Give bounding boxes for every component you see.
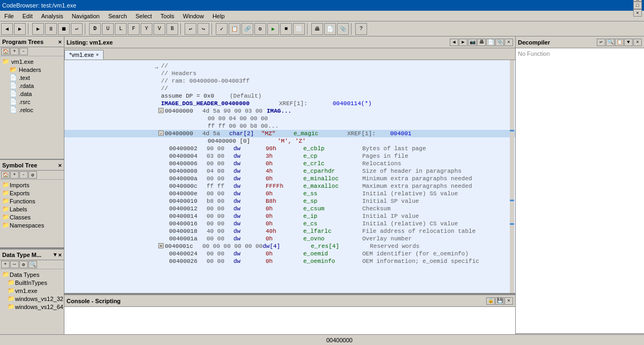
dtm-tb2[interactable]: ↔: [10, 261, 19, 268]
menu-tools[interactable]: Tools: [156, 11, 179, 21]
dec-btn4[interactable]: ▼: [624, 39, 633, 46]
dec-close[interactable]: ×: [633, 39, 642, 46]
dtm-close[interactable]: ×: [58, 252, 62, 258]
tb-btn24[interactable]: ?: [355, 23, 367, 35]
code-line-emaxalloc[interactable]: 0040000c ff ff dw FFFFh e_maxalloc Maxim…: [64, 182, 515, 190]
dec-btn1[interactable]: ↩: [597, 39, 605, 46]
pt-btn3[interactable]: -: [19, 48, 28, 55]
menu-navigation[interactable]: Navigation: [68, 11, 104, 21]
tree-item-text[interactable]: 📄 .text: [1, 74, 63, 82]
listing-close[interactable]: ×: [504, 39, 513, 46]
tb-btn23[interactable]: 📎: [337, 23, 349, 35]
symbol-item-functions[interactable]: 📁 Functions: [1, 197, 63, 205]
tb-btn3[interactable]: ⏹: [58, 23, 70, 35]
listing-btn2[interactable]: ▶: [459, 39, 467, 46]
menu-window[interactable]: Window: [179, 11, 208, 21]
back-button[interactable]: ◀: [1, 23, 13, 35]
dtm-item-vm1exe[interactable]: 📁 vm1.exe: [1, 287, 63, 295]
listing-btn3[interactable]: 📷: [468, 39, 477, 46]
code-line[interactable]: // ram: 00400000-004003ff: [64, 77, 515, 85]
dec-btn2[interactable]: 🔍: [606, 39, 614, 46]
collapse-btn-open[interactable]: -: [158, 130, 164, 136]
tb-btn22[interactable]: 📄: [324, 23, 336, 35]
tb-btn14[interactable]: ✓: [216, 23, 228, 35]
program-trees-close[interactable]: ×: [58, 39, 62, 45]
dtm-item-datatypes[interactable]: 📁 Data Types: [1, 270, 63, 278]
tb-btn9[interactable]: Y: [141, 23, 152, 35]
code-line-bytes3[interactable]: ff ff 00 00 b8 00...: [64, 122, 515, 130]
code-line-eres[interactable]: + 0040001c 00 00 00 00 00 00 dw[4] e_res…: [64, 243, 515, 250]
dtm-item-builtintypes[interactable]: 📁 BuiltInTypes: [1, 278, 63, 287]
menu-analysis[interactable]: Analysis: [37, 11, 68, 21]
code-line-ess[interactable]: 0040000e 00 00 dw 0h e_ss Initial (relat…: [64, 190, 515, 197]
console-close-btn[interactable]: ×: [504, 297, 513, 305]
collapse-btn[interactable]: -: [158, 108, 164, 113]
tb-btn16[interactable]: 🔗: [241, 23, 253, 35]
tree-item-data[interactable]: 📄 .data: [1, 90, 63, 98]
console-lock-btn[interactable]: 🔒: [486, 297, 495, 305]
listing-btn6[interactable]: 📎: [495, 39, 504, 46]
maximize-button[interactable]: □: [633, 2, 642, 9]
code-line-ecs[interactable]: 00400016 00 00 dw 0h e_cs Initial (relat…: [64, 220, 515, 227]
listing-tab-vm1exe[interactable]: *vm1.exe ×: [64, 50, 104, 60]
tree-item-vm1exe[interactable]: 📁 vm1.exe: [1, 57, 63, 65]
symbol-item-exports[interactable]: 📁 Exports: [1, 189, 63, 197]
st-btn4[interactable]: ⚙: [28, 171, 37, 179]
symbol-item-classes[interactable]: 📁 Classes: [1, 213, 63, 221]
st-btn1[interactable]: 🏠: [1, 171, 10, 179]
tb-btn2[interactable]: ⏸: [45, 23, 57, 35]
dtm-tb1[interactable]: +: [1, 261, 10, 268]
dtm-btn-expand[interactable]: ▼: [53, 252, 58, 258]
tb-btn21[interactable]: 🖶: [311, 23, 323, 35]
tree-item-rsrc[interactable]: 📄 .rsrc: [1, 98, 63, 106]
tb-btn8[interactable]: F: [128, 23, 140, 35]
listing-tab-close[interactable]: ×: [96, 52, 99, 57]
dtm-item-win64[interactable]: 📁 windows_vs12_64: [1, 303, 63, 311]
code-line-ecp[interactable]: 00400004 03 00 dw 3h e_cp Pages in file: [64, 152, 515, 160]
menu-file[interactable]: File: [0, 11, 18, 21]
code-line-ecrlc[interactable]: 00400006 00 00 dw 0h e_crlc Relocations: [64, 160, 515, 167]
tb-btn13[interactable]: ↪: [197, 23, 209, 35]
code-line[interactable]: //: [64, 85, 515, 92]
tb-btn12[interactable]: ↩: [185, 23, 196, 35]
code-line-ecparhdr[interactable]: 00400008 04 00 dw 4h e_cparhdr Size of h…: [64, 167, 515, 175]
tb-btn4[interactable]: ↩: [71, 23, 83, 35]
code-line-esp[interactable]: 00400010 b8 00 dw B8h e_sp Initial SP va…: [64, 197, 515, 205]
code-line-ecsum[interactable]: 00400012 00 00 dw 0h e_csum Checksum: [64, 205, 515, 212]
st-btn2[interactable]: +: [10, 171, 19, 179]
collapse-btn-eres[interactable]: +: [158, 243, 164, 248]
code-line-eminalloc[interactable]: 0040000a 00 00 dw 0h e_minalloc Minimum …: [64, 175, 515, 182]
listing-btn4[interactable]: 🖶: [477, 39, 486, 46]
code-line-mz-chars[interactable]: 00400000 [0] 'M', 'Z': [64, 137, 515, 145]
code-line-elfarlc[interactable]: 00400018 40 00 dw 40h e_lfarlc File addr…: [64, 227, 515, 235]
symbol-item-imports[interactable]: 📁 Imports: [1, 181, 63, 189]
tb-btn20[interactable]: ⬜: [293, 23, 305, 35]
code-line-image-dos[interactable]: IMAGE_DOS_HEADER_00400000 XREF[1]: 00400…: [64, 100, 515, 107]
console-save-btn[interactable]: 💾: [495, 297, 504, 305]
pt-btn2[interactable]: +: [10, 48, 19, 55]
tree-item-headers[interactable]: 📂 Headers: [1, 65, 63, 74]
tb-btn19[interactable]: ■: [280, 23, 292, 35]
listing-btn1[interactable]: ◀: [450, 39, 458, 46]
tb-btn5[interactable]: D: [89, 23, 101, 35]
dtm-tb4[interactable]: 🔍: [28, 261, 37, 268]
tree-item-reloc[interactable]: 📄 .reloc: [1, 106, 63, 114]
menu-edit[interactable]: Edit: [18, 11, 37, 21]
tb-btn7[interactable]: L: [115, 23, 127, 35]
code-line[interactable]: // Headers: [64, 70, 515, 77]
tb-btn10[interactable]: V: [153, 23, 165, 35]
code-line-ecblp[interactable]: 00400002 90 00 dw 90h e_cblp Bytes of la…: [64, 145, 515, 152]
menu-select[interactable]: Select: [131, 11, 157, 21]
tb-btn6[interactable]: U: [102, 23, 114, 35]
code-line-eovno[interactable]: 0040001a 00 00 dw 0h e_ovno Overlay numb…: [64, 235, 515, 243]
listing-btn5[interactable]: 📄: [486, 39, 495, 46]
dec-btn3[interactable]: 📋: [615, 39, 624, 46]
tree-item-rdata[interactable]: 📄 .rdata: [1, 82, 63, 90]
code-line-emagic[interactable]: - 00400000 4d 5a char[2] "MZ" e_magic XR…: [64, 130, 515, 137]
code-line-eoemid[interactable]: 00400024 00 00 dw 0h e_oemid OEM identif…: [64, 250, 515, 258]
tb-btn11[interactable]: B: [166, 23, 178, 35]
tb-btn18[interactable]: ▶: [267, 23, 279, 35]
symbol-item-namespaces[interactable]: 📁 Namespaces: [1, 221, 63, 229]
symbol-item-labels[interactable]: 📁 Labels: [1, 205, 63, 213]
tb-btn1[interactable]: ▶: [32, 23, 44, 35]
